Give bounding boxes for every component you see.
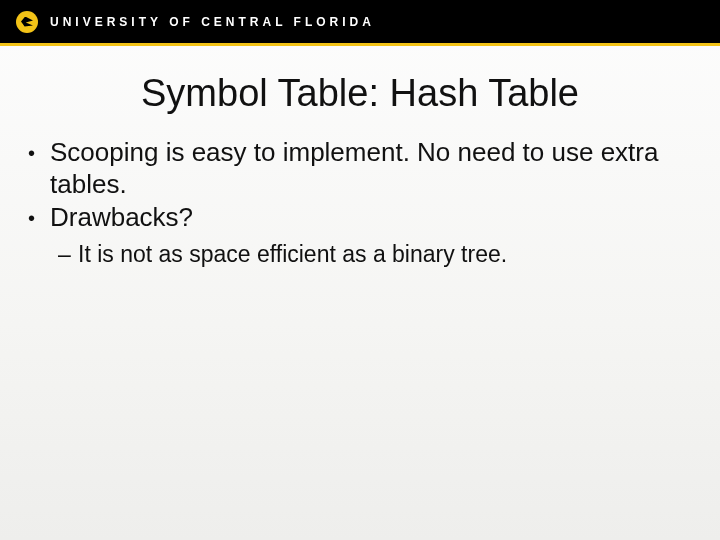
- bullet-text: Scooping is easy to implement. No need t…: [50, 137, 692, 200]
- slide-title: Symbol Table: Hash Table: [0, 72, 720, 115]
- bullet-item: • Drawbacks?: [28, 202, 692, 234]
- pegasus-glyph: [21, 17, 33, 27]
- sub-bullet-item: – It is not as space efficient as a bina…: [58, 240, 692, 269]
- bullet-text: Drawbacks?: [50, 202, 692, 234]
- slide-content: • Scooping is easy to implement. No need…: [0, 137, 720, 269]
- bullet-item: • Scooping is easy to implement. No need…: [28, 137, 692, 200]
- sub-bullet-text: It is not as space efficient as a binary…: [78, 240, 507, 269]
- bullet-icon: •: [28, 137, 50, 165]
- dash-icon: –: [58, 240, 78, 269]
- ucf-pegasus-icon: [16, 11, 38, 33]
- header-org-name: UNIVERSITY OF CENTRAL FLORIDA: [50, 15, 375, 29]
- header-bar: UNIVERSITY OF CENTRAL FLORIDA: [0, 0, 720, 46]
- bullet-icon: •: [28, 202, 50, 230]
